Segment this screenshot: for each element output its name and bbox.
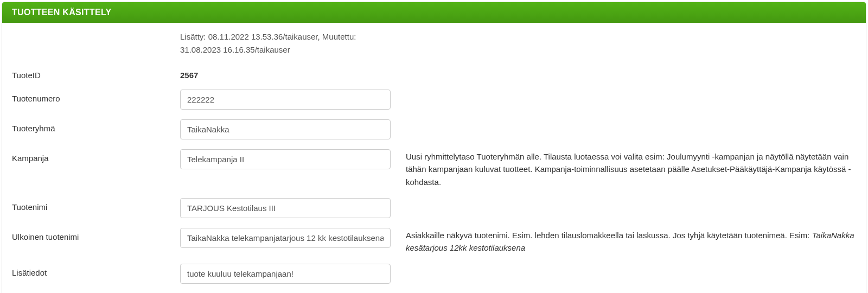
help-ulkoinen-prefix: Asiakkaille näkyvä tuotenimi. Esim. lehd… bbox=[406, 231, 812, 240]
input-lisatiedot[interactable] bbox=[180, 264, 391, 284]
help-ulkoinen-tuotenimi: Asiakkaille näkyvä tuotenimi. Esim. lehd… bbox=[391, 228, 856, 254]
label-tuotenimi: Tuotenimi bbox=[12, 198, 180, 212]
input-tuotenumero[interactable] bbox=[180, 90, 391, 110]
row-tuoteid: TuoteID 2567 bbox=[12, 66, 856, 80]
label-tuotenumero: Tuotenumero bbox=[12, 90, 180, 103]
product-panel: TUOTTEEN KÄSITTELY Lisätty: 08.11.2022 1… bbox=[2, 2, 866, 293]
label-tuoteryhma: Tuoteryhmä bbox=[12, 119, 180, 133]
input-kampanja[interactable] bbox=[180, 149, 391, 169]
row-tuoteryhma: Tuoteryhmä bbox=[12, 119, 856, 139]
input-tuotenimi[interactable] bbox=[180, 198, 391, 218]
row-lisatiedot: Lisätiedot bbox=[12, 264, 856, 284]
panel-title: TUOTTEEN KÄSITTELY bbox=[2, 2, 866, 23]
panel-body: Lisätty: 08.11.2022 13.53.36/taikauser, … bbox=[2, 23, 866, 293]
label-lisatiedot: Lisätiedot bbox=[12, 264, 180, 277]
row-tuotenimi: Tuotenimi bbox=[12, 198, 856, 218]
input-tuoteryhma[interactable] bbox=[180, 119, 391, 139]
meta-row: Lisätty: 08.11.2022 13.53.36/taikauser, … bbox=[12, 30, 856, 56]
row-tuotenumero: Tuotenumero bbox=[12, 90, 856, 110]
row-ulkoinen-tuotenimi: Ulkoinen tuotenimi Asiakkaille näkyvä tu… bbox=[12, 228, 856, 254]
label-tuoteid: TuoteID bbox=[12, 66, 180, 80]
meta-text: Lisätty: 08.11.2022 13.53.36/taikauser, … bbox=[180, 30, 386, 56]
row-kampanja: Kampanja Uusi ryhmittelytaso Tuoteryhmän… bbox=[12, 149, 856, 188]
input-ulkoinen-tuotenimi[interactable] bbox=[180, 228, 391, 248]
label-kampanja: Kampanja bbox=[12, 149, 180, 163]
value-tuoteid: 2567 bbox=[180, 66, 391, 80]
label-ulkoinen-tuotenimi: Ulkoinen tuotenimi bbox=[12, 228, 180, 241]
help-kampanja: Uusi ryhmittelytaso Tuoteryhmän alle. Ti… bbox=[391, 149, 856, 188]
